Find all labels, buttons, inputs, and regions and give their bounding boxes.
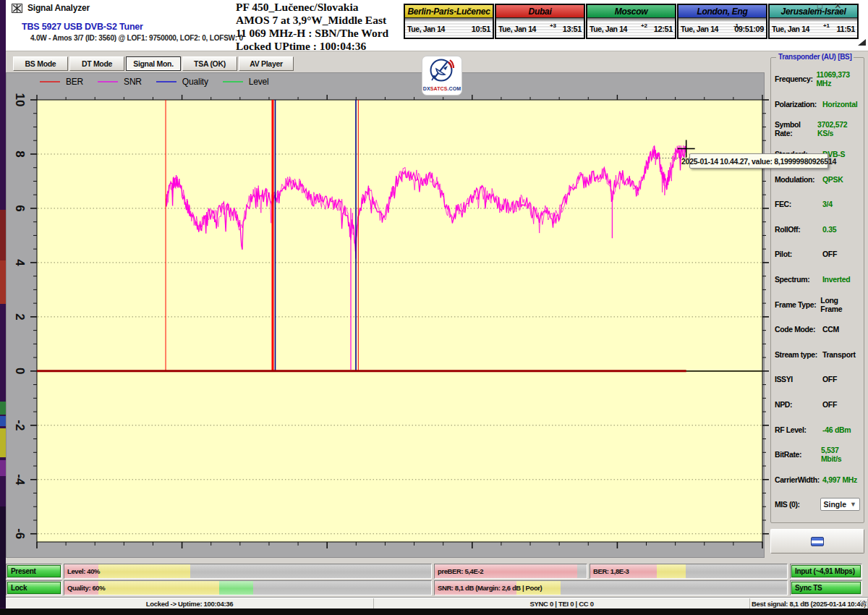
legend-item-ber: BER	[40, 77, 83, 87]
clock-resize-grip[interactable]	[858, 39, 866, 46]
chart-legend: BERSNRQualityLevel	[40, 77, 268, 87]
transponder-row: ISSYIOFF	[771, 367, 864, 392]
clock-body: Tue, Jan 1410:51	[405, 22, 493, 38]
transponder-row: Polarization:Horizontal	[771, 92, 864, 117]
transponder-row: Stream type:Transport	[771, 342, 864, 368]
transponder-row: FEC:3/4	[771, 192, 864, 217]
tab-signal-mon-[interactable]: Signal Mon.	[126, 56, 181, 71]
transponder-row: Code Mode:CCM	[771, 317, 864, 342]
desktop-color-block	[0, 428, 6, 457]
transponder-row: BitRate:5,537 Mbit/s	[771, 442, 864, 467]
clock-date: Tue, Jan 14	[772, 25, 809, 33]
param-value: Transport	[822, 350, 856, 359]
desktop-color-block	[0, 260, 6, 304]
restore-icon[interactable]: □	[817, 1, 822, 11]
quality-meter-text: Quality: 60%	[67, 581, 105, 595]
param-value: Horizontal	[822, 100, 857, 109]
legend-label: Level	[249, 77, 269, 87]
plot-area[interactable]	[37, 100, 762, 542]
quality-meter: Quality: 60%	[64, 580, 432, 595]
param-value: CCM	[822, 325, 839, 334]
param-label: Polarization:	[775, 100, 822, 109]
reception-note-line: 11 069 MHz-H : SBN/The Word	[236, 27, 388, 39]
header-band: Signal Analyzer TBS 5927 USB DVB-S2 Tune…	[6, 0, 868, 51]
world-clock: London, EngTue, Jan 14-109:51:09	[677, 4, 767, 39]
signal-chart-frame: BERSNRQualityLevel 1086420-2-4-6	[6, 72, 765, 558]
transponder-row: Modulation:QPSK	[771, 166, 864, 192]
param-value: OFF	[822, 375, 837, 383]
param-label: Pilot:	[775, 250, 822, 258]
input-badge-label: Input (~4,91 Mbps)	[791, 565, 861, 577]
world-clock: Jerusalem-IsraelTue, Jan 14+111:51	[768, 4, 859, 39]
param-label: Code Mode:	[775, 325, 822, 334]
legend-line-swatch	[98, 81, 118, 82]
clock-city: Moscow	[587, 5, 675, 18]
preber-meter: preBER: 5,4E-2	[434, 564, 587, 579]
signal-analyzer-window: Signal Analyzer TBS 5927 USB DVB-S2 Tune…	[6, 0, 868, 608]
signal-plot[interactable]: 1086420-2-4-6	[7, 90, 765, 559]
y-axis-label: -4	[13, 474, 27, 485]
y-axis-label: 10	[13, 93, 27, 107]
transponder-row: NPD:OFF	[771, 392, 864, 417]
y-axis-label: 6	[13, 205, 27, 211]
status-best-signal: Best signal: 8,1 dB (2025-01-14 10:44)	[750, 598, 868, 608]
param-value: 11069,373 MHz	[816, 70, 860, 88]
clock-body: Tue, Jan 14+111:51	[770, 22, 857, 38]
param-value: Long Frame	[820, 296, 860, 313]
param-value: 4,997 MHz	[822, 475, 857, 484]
transponder-row: Frame Type:Long Frame	[771, 292, 864, 317]
param-label: FEC:	[775, 200, 822, 208]
param-label: Modulation:	[775, 175, 822, 184]
mis-label: MIS (0):	[775, 500, 820, 509]
world-clock: Berlin-Paris-LučenecTue, Jan 1410:51	[404, 4, 494, 39]
tab-av-player[interactable]: AV Player	[239, 56, 294, 71]
clock-time: 11:51	[836, 25, 855, 33]
param-value: Inverted	[822, 275, 850, 284]
mis-dropdown[interactable]: Single▼	[820, 498, 860, 511]
legend-line-swatch	[223, 81, 243, 82]
resize-grip[interactable]	[860, 601, 867, 607]
legend-label: Quality	[182, 77, 208, 87]
clock-city: Jerusalem-Israel	[770, 5, 857, 18]
transponder-title: Transponder (AU) [BS]	[776, 53, 854, 61]
y-axis-label: 8	[13, 150, 27, 157]
param-value: QPSK	[822, 175, 843, 184]
quality-meter-segment-yellow	[98, 581, 219, 595]
clock-date: Tue, Jan 14	[681, 25, 718, 33]
close-icon[interactable]: ✕	[834, 1, 841, 11]
clock-city: Dubai	[496, 5, 584, 18]
satellite-dish-icon	[427, 58, 456, 84]
legend-item-snr: SNR	[98, 77, 142, 87]
desktop-color-block	[0, 210, 6, 260]
record-button[interactable]	[770, 529, 864, 554]
transponder-row: Pilot:OFF	[771, 242, 864, 267]
transponder-row: Symbol Rate:3702,572 KS/s	[771, 116, 864, 142]
window-title: Signal Analyzer	[27, 3, 90, 13]
reception-note-line: AMOS 7 at 3,9°W_Middle East	[236, 14, 388, 26]
clocks-widget: Berlin-Paris-LučenecTue, Jan 1410:51Duba…	[404, 4, 859, 39]
param-label: Frequency:	[775, 75, 816, 83]
legend-label: BER	[66, 77, 83, 87]
chevron-down-icon: ▼	[850, 501, 856, 508]
snr-meter: SNR: 8,1 dB (Margin: 2,6 dB | Poor)	[434, 580, 788, 595]
level-meter: Level: 40%	[64, 564, 432, 579]
tuner-details: 4.0W - Amos 3/7 (ID: 3560) @ LOF1: 97500…	[30, 34, 243, 42]
present-badge: Present	[6, 564, 62, 579]
tab-tsa-ok-[interactable]: TSA (OK)	[182, 56, 237, 71]
logo-text: DXSATCS.COM	[422, 86, 461, 91]
level-meter-segment-yellow	[98, 564, 191, 578]
legend-label: SNR	[124, 77, 142, 87]
preber-meter-text: preBER: 5,4E-2	[438, 564, 483, 578]
param-label: Spectrum:	[775, 275, 822, 284]
tab-bs-mode[interactable]: BS Mode	[13, 56, 68, 71]
clock-utc-offset: +3	[550, 22, 556, 29]
clock-time: 10:51	[472, 25, 490, 33]
disk-icon	[811, 537, 824, 546]
level-meter-text: Level: 40%	[67, 564, 100, 578]
param-label: Symbol Rate:	[775, 120, 817, 137]
world-clock: DubaiTue, Jan 14+313:51	[495, 4, 585, 39]
tab-dt-mode[interactable]: DT Mode	[69, 56, 124, 71]
desktop-color-block	[0, 506, 6, 608]
param-value: 5,537 Mbit/s	[821, 446, 860, 463]
legend-item-quality: Quality	[156, 77, 208, 87]
